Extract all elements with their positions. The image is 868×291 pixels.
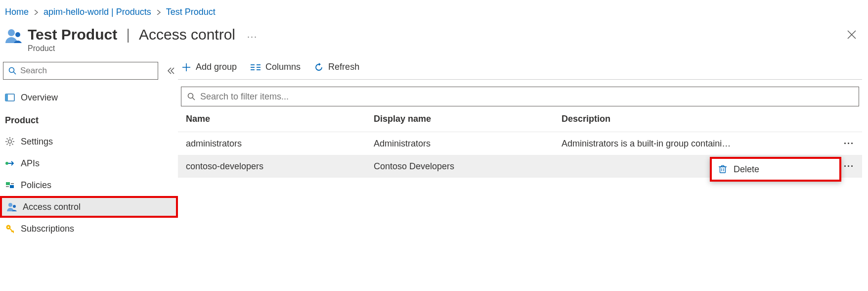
svg-point-2 (9, 68, 14, 73)
svg-point-0 (8, 29, 15, 36)
refresh-icon (314, 63, 323, 72)
close-button[interactable] (847, 30, 856, 39)
overview-icon (5, 93, 15, 102)
toolbar-label: Refresh (328, 62, 359, 72)
table-row[interactable]: contoso-developers Contoso Developers ··… (178, 155, 862, 178)
context-menu-label: Delete (734, 164, 759, 175)
columns-icon (251, 64, 260, 71)
apis-icon (5, 158, 15, 168)
toolbar-label: Add group (196, 62, 237, 72)
svg-line-12 (12, 144, 13, 145)
product-users-icon (5, 26, 24, 45)
sidebar-item-overview[interactable]: Overview (0, 87, 178, 108)
cell-display-name: Administrators (374, 139, 562, 149)
column-header-name[interactable]: Name (186, 114, 374, 124)
table-header-row: Name Display name Description (178, 106, 862, 132)
row-more-button[interactable]: ··· (833, 139, 854, 149)
chevron-right-icon (156, 10, 161, 15)
toolbar: Add group Columns Refresh (178, 62, 862, 77)
sidebar-search[interactable] (3, 62, 158, 80)
plus-icon (182, 63, 191, 72)
sidebar-item-apis[interactable]: APIs (0, 152, 178, 174)
svg-point-15 (5, 162, 8, 165)
search-icon (187, 93, 195, 100)
add-group-button[interactable]: Add group (182, 62, 237, 72)
filter-search[interactable] (181, 87, 859, 106)
column-header-description[interactable]: Description (562, 114, 833, 124)
sidebar-item-label: APIs (21, 158, 40, 169)
cell-name: administrators (186, 139, 374, 149)
title-separator: | (126, 26, 130, 43)
toolbar-label: Columns (265, 62, 301, 72)
svg-point-1 (15, 32, 20, 37)
collapse-sidebar-button[interactable] (167, 67, 175, 74)
svg-line-14 (12, 139, 13, 140)
page-section: Access control (139, 26, 235, 43)
search-icon (8, 67, 16, 75)
page-subtitle: Product (28, 44, 258, 53)
refresh-button[interactable]: Refresh (314, 62, 359, 72)
svg-point-6 (8, 140, 12, 144)
sidebar-item-label: Subscriptions (21, 224, 74, 234)
users-icon (7, 202, 17, 211)
row-context-menu: Delete (710, 157, 841, 182)
column-header-display-name[interactable]: Display name (374, 114, 562, 124)
breadcrumb-product[interactable]: Test Product (166, 7, 216, 17)
main-content: Add group Columns Refresh (178, 62, 868, 178)
breadcrumb-home[interactable]: Home (5, 7, 29, 17)
page-title: Test Product (28, 26, 117, 43)
svg-point-21 (13, 205, 16, 208)
sidebar-search-input[interactable] (20, 66, 153, 76)
sidebar-item-label: Access control (23, 202, 81, 212)
sidebar-heading-product: Product (0, 108, 178, 131)
svg-rect-34 (720, 167, 726, 173)
sidebar-item-settings[interactable]: Settings (0, 131, 178, 152)
svg-rect-17 (10, 185, 14, 188)
groups-table: Name Display name Description administra… (178, 106, 862, 178)
breadcrumb-service[interactable]: apim-hello-world | Products (43, 7, 151, 17)
delete-menu-item[interactable]: Delete (712, 159, 839, 180)
sidebar: Overview Product Settings APIs Policies (0, 62, 178, 249)
trash-icon (719, 165, 727, 174)
key-icon (5, 224, 15, 234)
svg-point-23 (7, 226, 9, 228)
svg-point-20 (8, 203, 12, 207)
svg-line-33 (193, 98, 195, 100)
svg-rect-5 (5, 94, 8, 101)
sidebar-item-label: Policies (21, 180, 51, 191)
sidebar-item-policies[interactable]: Policies (0, 174, 178, 196)
table-row[interactable]: administrators Administrators Administra… (178, 132, 862, 155)
policies-icon (5, 180, 15, 190)
svg-point-32 (188, 94, 193, 98)
cell-description: Administrators is a built-in group conta… (562, 139, 833, 149)
page-header: Test Product | Access control ··· Produc… (0, 20, 868, 62)
chevron-right-icon (34, 10, 39, 15)
svg-line-13 (7, 144, 8, 145)
svg-line-3 (14, 72, 16, 75)
filter-search-input[interactable] (200, 92, 853, 102)
breadcrumb: Home apim-hello-world | Products Test Pr… (0, 0, 868, 20)
cell-display-name: Contoso Developers (374, 161, 562, 172)
svg-rect-16 (6, 182, 10, 185)
sidebar-item-label: Overview (21, 93, 58, 103)
more-actions-button[interactable]: ··· (247, 32, 258, 42)
sidebar-item-access-control[interactable]: Access control (0, 196, 178, 218)
svg-line-11 (7, 139, 8, 140)
sidebar-item-subscriptions[interactable]: Subscriptions (0, 218, 178, 240)
sidebar-item-label: Settings (21, 137, 53, 147)
cell-name: contoso-developers (186, 161, 374, 172)
gear-icon (5, 137, 15, 146)
columns-button[interactable]: Columns (251, 62, 301, 72)
